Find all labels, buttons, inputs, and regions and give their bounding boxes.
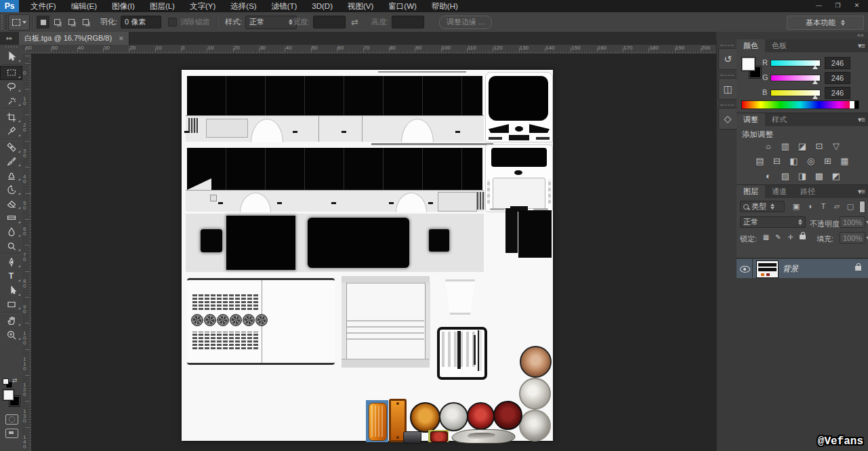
hue-saturation-icon[interactable]: ▤ bbox=[753, 155, 767, 167]
lasso-tool[interactable] bbox=[0, 80, 22, 94]
color-lookup-icon[interactable]: ▦ bbox=[838, 155, 852, 167]
lock-pixels-icon[interactable]: ✎ bbox=[773, 232, 783, 242]
slider-thumb-icon[interactable] bbox=[812, 65, 818, 69]
pasteboard[interactable] bbox=[31, 54, 716, 451]
selective-color-icon[interactable]: ◩ bbox=[829, 170, 843, 182]
selection-intersect-button[interactable] bbox=[79, 16, 92, 28]
foreground-swatch[interactable] bbox=[741, 57, 756, 71]
menu-item-5[interactable]: 选择(S) bbox=[223, 0, 264, 12]
visibility-cell[interactable] bbox=[737, 259, 753, 278]
tool-preset-picker[interactable] bbox=[8, 14, 30, 31]
history-panel-button[interactable]: ↺ bbox=[718, 48, 737, 70]
rectangular-marquee-tool[interactable] bbox=[0, 66, 22, 80]
refine-edge-button[interactable]: 调整边缘 ... bbox=[439, 16, 492, 29]
selection-subtract-button[interactable] bbox=[65, 16, 78, 28]
toolbar-collapse-icon[interactable]: ▸▸ bbox=[0, 32, 19, 45]
channel-value-input[interactable]: 246 bbox=[825, 72, 850, 84]
zoom-tool[interactable] bbox=[0, 328, 22, 342]
height-input[interactable] bbox=[392, 16, 424, 28]
default-swap-colors[interactable]: ⇄ bbox=[3, 378, 19, 388]
vertical-ruler[interactable]: 01 02 03 04 05 06 07 08 09 01 0 01 1 01 … bbox=[22, 54, 32, 451]
workspace-switcher[interactable]: 基本功能 bbox=[787, 16, 864, 30]
channel-mixer-icon[interactable]: ⊞ bbox=[821, 155, 835, 167]
rectangle-tool[interactable] bbox=[0, 298, 22, 312]
minimize-button[interactable]: — bbox=[810, 1, 828, 11]
layer-thumbnail[interactable] bbox=[756, 260, 779, 278]
slider-thumb-icon[interactable] bbox=[812, 80, 818, 84]
restore-button[interactable]: ❐ bbox=[829, 1, 847, 11]
vibrance-icon[interactable]: ▽ bbox=[829, 140, 843, 152]
menu-item-0[interactable]: 文件(F) bbox=[23, 0, 64, 12]
panel-menu-icon[interactable]: ▾≡ bbox=[858, 41, 865, 50]
slider-thumb-icon[interactable] bbox=[812, 95, 818, 99]
document-tab[interactable]: 白板.tga @ 16.7%(RGB/8) × bbox=[19, 32, 129, 45]
tab-颜色[interactable]: 颜色 bbox=[737, 39, 765, 52]
menu-item-6[interactable]: 滤镜(T) bbox=[264, 0, 305, 12]
blend-mode-select[interactable]: 正常 bbox=[740, 216, 806, 228]
quick-selection-tool[interactable] bbox=[0, 94, 22, 108]
photo-filter-icon[interactable]: ◎ bbox=[804, 155, 818, 167]
gradient-tool[interactable] bbox=[0, 211, 22, 225]
lock-all-icon[interactable] bbox=[798, 232, 808, 242]
black-white-icon[interactable]: ◧ bbox=[787, 155, 801, 167]
menu-item-3[interactable]: 图层(L) bbox=[142, 0, 182, 12]
foreground-color-swatch[interactable] bbox=[3, 389, 14, 401]
blur-tool[interactable] bbox=[0, 225, 22, 239]
filter-toggle[interactable] bbox=[859, 201, 865, 213]
pen-tool[interactable] bbox=[0, 255, 22, 269]
channel-value-input[interactable]: 246 bbox=[825, 57, 850, 69]
layer-row-background[interactable]: 背景 bbox=[737, 259, 868, 278]
tab-色板[interactable]: 色板 bbox=[765, 39, 793, 52]
menu-item-4[interactable]: 文字(Y) bbox=[182, 0, 223, 12]
screen-mode-button[interactable] bbox=[5, 429, 18, 438]
menu-item-2[interactable]: 图像(I) bbox=[104, 0, 142, 12]
history-brush-tool[interactable] bbox=[0, 182, 22, 197]
gradient-map-icon[interactable]: ▩ bbox=[812, 170, 826, 182]
lock-transparent-icon[interactable]: ▦ bbox=[761, 232, 771, 242]
brush-tool[interactable] bbox=[0, 155, 22, 169]
hand-tool[interactable] bbox=[0, 313, 22, 328]
channel-value-input[interactable]: 246 bbox=[825, 87, 850, 99]
color-swatches[interactable] bbox=[3, 389, 20, 408]
close-button[interactable]: ✕ bbox=[848, 1, 866, 11]
panel-menu-icon[interactable]: ▾≡ bbox=[858, 115, 865, 124]
tab-close-icon[interactable]: × bbox=[119, 34, 123, 43]
type-layer-filter-icon[interactable]: T bbox=[818, 201, 829, 212]
layer-filter-type-select[interactable]: 类型 bbox=[740, 201, 785, 212]
crop-tool[interactable] bbox=[0, 110, 22, 124]
color-spectrum-ramp[interactable] bbox=[741, 100, 859, 109]
menu-item-1[interactable]: 编辑(E) bbox=[64, 0, 104, 12]
tab-图层[interactable]: 图层 bbox=[737, 185, 765, 198]
menu-item-9[interactable]: 窗口(W) bbox=[381, 0, 424, 12]
3d-panel-button[interactable]: ◇ bbox=[718, 108, 737, 130]
feather-input[interactable]: 0 像素 bbox=[121, 16, 161, 28]
pixel-layer-filter-icon[interactable]: ▣ bbox=[791, 201, 802, 212]
threshold-icon[interactable]: ◨ bbox=[795, 170, 809, 182]
invert-icon[interactable]: ◐ bbox=[762, 170, 775, 182]
menu-item-10[interactable]: 帮助(H) bbox=[424, 0, 466, 12]
style-select[interactable]: 正常 bbox=[245, 16, 297, 29]
horizontal-ruler[interactable]: 6050403020100102030405060708090100110120… bbox=[22, 45, 716, 54]
quick-mask-button[interactable] bbox=[5, 414, 18, 425]
antialias-checkbox[interactable] bbox=[168, 18, 177, 26]
brightness-contrast-icon[interactable]: ☼ bbox=[762, 140, 775, 152]
eraser-tool[interactable] bbox=[0, 197, 22, 211]
move-tool[interactable] bbox=[0, 50, 22, 64]
tab-通道[interactable]: 通道 bbox=[765, 185, 793, 198]
adjustment-layer-filter-icon[interactable]: ◑ bbox=[804, 201, 815, 212]
color-balance-icon[interactable]: ⊟ bbox=[770, 155, 784, 167]
spot-healing-tool[interactable] bbox=[0, 140, 22, 155]
selection-new-button[interactable] bbox=[37, 16, 49, 28]
fill-value[interactable]: 100% bbox=[840, 232, 865, 243]
width-input[interactable] bbox=[313, 16, 346, 28]
eyedropper-tool[interactable] bbox=[0, 124, 22, 138]
curves-icon[interactable]: ◪ bbox=[795, 140, 809, 152]
tab-样式[interactable]: 样式 bbox=[765, 113, 793, 126]
tab-路径[interactable]: 路径 bbox=[793, 185, 822, 198]
shape-layer-filter-icon[interactable]: ▱ bbox=[831, 201, 842, 212]
lock-position-icon[interactable]: ✛ bbox=[785, 232, 795, 242]
menu-item-8[interactable]: 视图(V) bbox=[340, 0, 381, 12]
smart-object-filter-icon[interactable]: ▢ bbox=[845, 201, 856, 212]
tab-调整[interactable]: 调整 bbox=[737, 113, 765, 126]
opacity-value[interactable]: 100% bbox=[840, 216, 865, 228]
